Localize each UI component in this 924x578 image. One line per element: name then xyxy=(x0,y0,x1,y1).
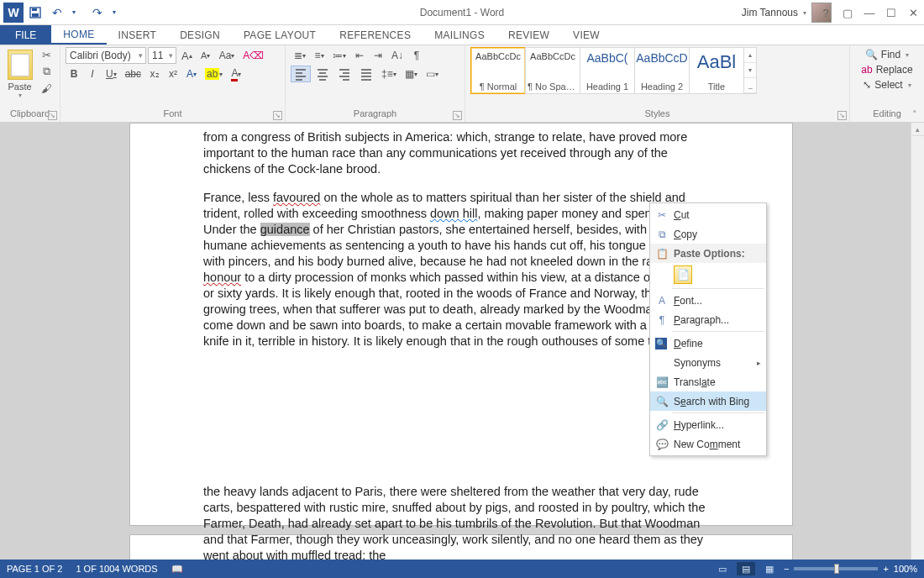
multilevel-button[interactable]: ≔▾ xyxy=(329,47,349,64)
minimize-button[interactable]: — xyxy=(858,0,880,25)
zoom-out-button[interactable]: − xyxy=(784,564,789,574)
increase-indent-button[interactable]: ⇥ xyxy=(370,47,386,64)
paste-button[interactable]: Paste ▾ xyxy=(5,47,34,102)
paragraph-2[interactable]: France, less favoured on the whole as to… xyxy=(203,190,714,349)
tab-mailings[interactable]: MAILINGS xyxy=(423,25,496,45)
style-title[interactable]: AaBl Title xyxy=(689,47,744,94)
ctx-cut[interactable]: ✂Cut xyxy=(650,205,766,224)
close-button[interactable]: ✕ xyxy=(902,0,924,25)
find-button[interactable]: 🔍Find▾ xyxy=(855,47,919,62)
ctx-define[interactable]: 🔍Define xyxy=(650,334,766,353)
tab-insert[interactable]: INSERT xyxy=(107,25,169,45)
ctx-font[interactable]: AFont... xyxy=(650,291,766,310)
tab-view[interactable]: VIEW xyxy=(561,25,612,45)
save-button[interactable] xyxy=(25,3,45,23)
style-no-spacing[interactable]: AaBbCcDc ¶ No Spac... xyxy=(525,47,580,94)
collapse-ribbon-button[interactable]: ˄ xyxy=(909,108,921,120)
format-painter-button[interactable]: 🖌 xyxy=(38,81,55,96)
tab-references[interactable]: REFERENCES xyxy=(328,25,423,45)
ctx-synonyms[interactable]: Synonyms▸ xyxy=(650,353,766,372)
text-effects-button[interactable]: A ▾ xyxy=(183,66,200,82)
spell-error-honour[interactable]: honour xyxy=(203,271,241,284)
clear-formatting-button[interactable]: A⌫ xyxy=(239,47,267,64)
clipboard-dialog-launcher[interactable]: ↘ xyxy=(48,111,57,120)
strikethrough-button[interactable]: abc xyxy=(122,66,144,82)
grammar-downhill[interactable]: down hill xyxy=(430,207,477,220)
tab-review[interactable]: REVIEW xyxy=(496,25,561,45)
help-button[interactable]: ? xyxy=(815,0,837,25)
align-justify-button[interactable] xyxy=(356,66,376,82)
selected-text[interactable]: guidance xyxy=(260,223,310,236)
status-proofing-icon[interactable]: 📖 xyxy=(171,564,183,575)
view-read-mode[interactable]: ▭ xyxy=(713,562,732,575)
zoom-thumb[interactable] xyxy=(834,564,839,574)
zoom-percent[interactable]: 100% xyxy=(894,564,917,574)
sort-button[interactable]: A↓ xyxy=(388,47,407,64)
show-hide-marks-button[interactable]: ¶ xyxy=(408,47,425,64)
font-color-button[interactable]: A ▾ xyxy=(228,66,244,82)
subscript-button[interactable]: x₂ xyxy=(146,66,163,82)
ctx-paste-option-keep-source[interactable]: 📄 xyxy=(650,263,766,286)
italic-button[interactable]: I xyxy=(84,66,101,82)
redo-button[interactable]: ↷ xyxy=(87,3,108,23)
cut-button[interactable]: ✂ xyxy=(38,47,55,62)
view-web-layout[interactable]: ▦ xyxy=(760,562,779,575)
line-spacing-button[interactable]: ‡≡▾ xyxy=(378,66,400,82)
tab-file[interactable]: FILE xyxy=(0,25,51,45)
select-icon: ⤡ xyxy=(863,79,871,91)
paragraph-dialog-launcher[interactable]: ↘ xyxy=(453,111,462,120)
copy-button[interactable]: ⧉ xyxy=(38,64,55,79)
replace-button[interactable]: abReplace xyxy=(855,62,919,77)
view-print-layout[interactable]: ▤ xyxy=(737,562,755,575)
ctx-paragraph[interactable]: ¶Paragraph... xyxy=(650,310,766,329)
styles-dialog-launcher[interactable]: ↘ xyxy=(837,111,847,120)
select-button[interactable]: ⤡Select▾ xyxy=(855,77,919,92)
align-left-button[interactable] xyxy=(291,66,311,82)
spell-error-favoured[interactable]: favoured xyxy=(273,191,320,204)
tab-page-layout[interactable]: PAGE LAYOUT xyxy=(232,25,328,45)
borders-button[interactable]: ▭▾ xyxy=(423,66,442,82)
grow-font-button[interactable]: A▴ xyxy=(178,47,196,64)
font-dialog-launcher[interactable]: ↘ xyxy=(273,111,282,120)
ctx-hyperlink[interactable]: 🔗Hyperlink... xyxy=(650,415,766,434)
bold-button[interactable]: B xyxy=(66,66,82,82)
ctx-translate[interactable]: 🔤Translate xyxy=(650,372,766,391)
tab-home[interactable]: HOME xyxy=(51,25,106,45)
style-normal[interactable]: AaBbCcDc ¶ Normal xyxy=(470,47,526,94)
superscript-button[interactable]: x² xyxy=(165,66,181,82)
qat-customize-dropdown[interactable]: ▾ xyxy=(109,3,119,23)
zoom-in-button[interactable]: + xyxy=(883,564,888,574)
status-bar: PAGE 1 OF 2 1 OF 1004 WORDS 📖 ▭ ▤ ▦ − + … xyxy=(0,560,924,578)
ctx-search-bing[interactable]: 🔍Search with Bing xyxy=(650,391,766,411)
ctx-new-comment[interactable]: 💬New Comment xyxy=(650,434,766,454)
status-words[interactable]: 1 OF 1004 WORDS xyxy=(76,564,157,574)
ribbon-display-options[interactable]: ▢ xyxy=(837,0,858,25)
style-heading-1[interactable]: AaBbC( Heading 1 xyxy=(580,47,635,94)
undo-button[interactable]: ↶ xyxy=(47,3,67,23)
maximize-button[interactable]: ☐ xyxy=(880,0,902,25)
underline-button[interactable]: U ▾ xyxy=(102,66,120,82)
styles-gallery-more[interactable]: ▴▾⎯ xyxy=(743,47,757,94)
status-page[interactable]: PAGE 1 OF 2 xyxy=(7,564,62,574)
undo-dropdown[interactable]: ▾ xyxy=(69,3,79,23)
style-heading-2[interactable]: AaBbCcD Heading 2 xyxy=(634,47,690,94)
change-case-button[interactable]: Aa ▾ xyxy=(216,47,239,64)
zoom-slider[interactable] xyxy=(794,567,878,570)
shrink-font-button[interactable]: A▾ xyxy=(197,47,214,64)
align-center-button[interactable] xyxy=(312,66,333,82)
ctx-copy[interactable]: ⧉Copy xyxy=(650,224,766,244)
paragraph-3[interactable]: the heavy lands adjacent to Paris, there… xyxy=(203,484,714,564)
font-family-combo[interactable]: Calibri (Body) xyxy=(66,47,146,64)
align-right-button[interactable] xyxy=(334,66,354,82)
font-size-combo[interactable]: 11 xyxy=(148,47,176,64)
scroll-up-button[interactable]: ▴ xyxy=(911,123,924,136)
highlight-button[interactable]: ab ▾ xyxy=(202,66,226,82)
numbering-button[interactable]: ≡▾ xyxy=(311,47,328,64)
bullets-button[interactable]: ≣▾ xyxy=(291,47,309,64)
tab-design[interactable]: DESIGN xyxy=(168,25,232,45)
word-app-icon[interactable]: W xyxy=(3,3,24,23)
paragraph-1[interactable]: from a congress of British subjects in A… xyxy=(203,129,714,177)
decrease-indent-button[interactable]: ⇤ xyxy=(351,47,368,64)
vertical-scrollbar[interactable]: ▴ xyxy=(911,123,924,578)
shading-button[interactable]: ▦▾ xyxy=(402,66,421,82)
